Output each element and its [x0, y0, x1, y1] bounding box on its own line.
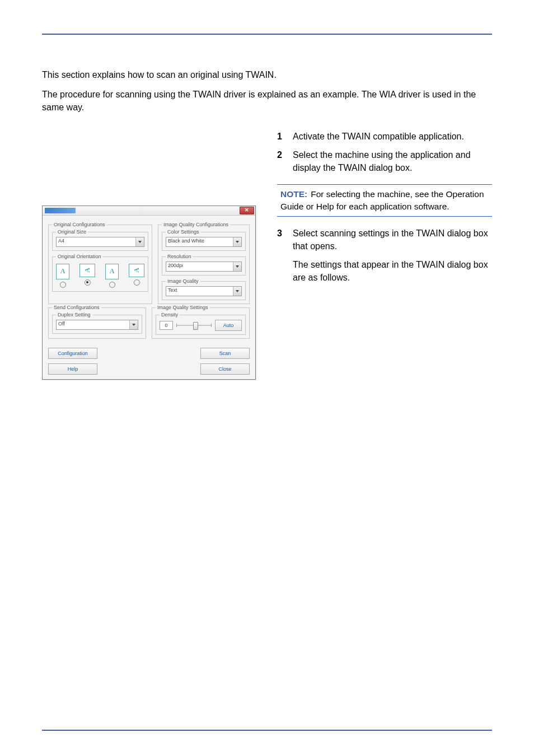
- step-3b-text: The settings that appear in the TWAIN di…: [293, 258, 492, 284]
- color-value: Black and White: [166, 237, 233, 246]
- dialog-titlebar: ✕: [43, 206, 255, 216]
- label-density: Density: [160, 312, 180, 318]
- step-3-text: Select scanning settings in the TWAIN di…: [293, 227, 492, 253]
- orientation-option-1[interactable]: A: [56, 264, 69, 288]
- group-original-configurations: Original Configurations Original Size A4…: [48, 225, 152, 304]
- help-button[interactable]: Help: [48, 363, 97, 375]
- label-iq-settings: Image Quality Settings: [156, 305, 210, 310]
- label-original-size: Original Size: [56, 229, 88, 235]
- original-size-select[interactable]: A4: [56, 237, 144, 247]
- group-original-size: Original Size A4: [52, 232, 148, 251]
- density-slider[interactable]: [176, 325, 212, 326]
- group-image-quality-settings: Image Quality Settings Density 0 Auto: [152, 307, 250, 339]
- label-original-orientation: Original Orientation: [56, 254, 103, 259]
- step-3-num: 3: [277, 227, 293, 253]
- orientation-landscape-top-icon: A: [79, 264, 95, 277]
- orientation-radio-4[interactable]: [134, 279, 140, 286]
- header-rule: [42, 34, 492, 35]
- orientation-option-3[interactable]: A: [105, 264, 119, 288]
- step-3: 3 Select scanning settings in the TWAIN …: [277, 227, 492, 253]
- orientation-option-2[interactable]: A: [79, 264, 95, 288]
- label-iq-conf: Image Quality Configurations: [162, 222, 230, 227]
- orientation-radio-3[interactable]: [109, 282, 115, 288]
- color-select[interactable]: Black and White: [166, 237, 242, 247]
- app-logo-icon: [45, 208, 76, 213]
- chevron-down-icon: [135, 237, 144, 246]
- step-2-num: 2: [277, 148, 293, 174]
- chevron-down-icon: [233, 262, 241, 271]
- orientation-radio-2[interactable]: [85, 279, 91, 286]
- chevron-down-icon: [129, 320, 138, 329]
- duplex-value: Off: [57, 320, 129, 329]
- resolution-value: 200dpi: [166, 262, 233, 271]
- image-quality-select[interactable]: Text: [166, 286, 242, 296]
- duplex-select[interactable]: Off: [56, 320, 138, 330]
- step-2: 2 Select the machine using the applicati…: [277, 148, 492, 174]
- footer-rule: [42, 730, 492, 731]
- step-2-text: Select the machine using the application…: [293, 148, 492, 174]
- density-value: 0: [160, 321, 173, 330]
- group-image-quality-configurations: Image Quality Configurations Color Setti…: [158, 225, 250, 304]
- label-duplex: Duplex Setting: [56, 312, 92, 318]
- auto-button[interactable]: Auto: [215, 320, 242, 331]
- twain-dialog: ✕ Original Configurations Original Size …: [42, 206, 256, 380]
- label-color: Color Settings: [166, 229, 201, 235]
- original-size-value: A4: [57, 237, 135, 246]
- group-color-settings: Color Settings Black and White: [162, 232, 246, 251]
- orientation-portrait-left-icon: A: [105, 264, 119, 279]
- orientation-option-4[interactable]: A: [129, 264, 144, 288]
- group-resolution: Resolution 200dpi: [162, 256, 246, 276]
- group-density: Density 0 Auto: [156, 315, 246, 335]
- orientation-landscape-left-icon: A: [129, 264, 144, 277]
- close-button[interactable]: Close: [200, 363, 250, 375]
- intro-p2: The procedure for scanning using the TWA…: [42, 88, 492, 114]
- note-label: NOTE:: [280, 189, 307, 199]
- step-1-num: 1: [277, 130, 293, 143]
- image-quality-value: Text: [166, 287, 233, 296]
- group-original-orientation: Original Orientation A A: [52, 256, 148, 292]
- group-send-configurations: Send Configurations Duplex Setting Off: [48, 307, 146, 339]
- orientation-radio-1[interactable]: [60, 282, 66, 288]
- resolution-select[interactable]: 200dpi: [166, 262, 242, 272]
- group-duplex: Duplex Setting Off: [52, 315, 142, 334]
- chevron-down-icon: [233, 287, 241, 296]
- orientation-portrait-top-icon: A: [56, 264, 69, 279]
- chevron-down-icon: [233, 237, 241, 246]
- configuration-button[interactable]: Configuration: [48, 348, 97, 359]
- intro-p1: This section explains how to scan an ori…: [42, 68, 492, 81]
- label-resolution: Resolution: [166, 254, 193, 259]
- label-original-configurations: Original Configurations: [52, 222, 107, 227]
- label-send-conf: Send Configurations: [52, 305, 101, 310]
- label-image-quality: Image Quality: [166, 278, 200, 284]
- close-icon[interactable]: ✕: [240, 207, 254, 214]
- note-text: For selecting the machine, see the Opera…: [280, 189, 484, 211]
- step-1: 1 Activate the TWAIN compatible applicat…: [277, 130, 492, 143]
- group-image-quality: Image Quality Text: [162, 281, 246, 300]
- step-1-text: Activate the TWAIN compatible applicatio…: [293, 130, 464, 143]
- note: NOTE:For selecting the machine, see the …: [277, 184, 492, 216]
- scan-button[interactable]: Scan: [200, 348, 250, 359]
